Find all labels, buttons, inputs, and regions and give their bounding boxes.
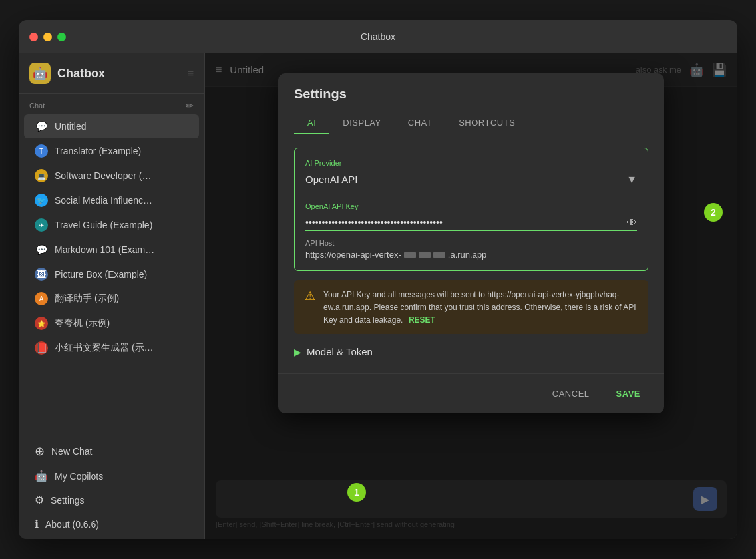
close-button[interactable] [29, 33, 38, 41]
step-badge-1: 1 [347, 483, 366, 502]
sidebar-bottom: ⊕ New Chat 🤖 My Copilots ⚙ Settings ℹ Ab… [19, 435, 204, 539]
new-chat-button[interactable]: ⊕ New Chat [24, 439, 199, 464]
api-host-suffix: .a.run.app [448, 250, 487, 260]
about-label: About (0.6.6) [45, 519, 99, 530]
maximize-button[interactable] [57, 33, 66, 41]
ai-provider-label: AI Provider [305, 159, 637, 167]
api-host-value: https://openai-api-vertex- .a.run.app [305, 250, 637, 260]
warning-text: Your API Key and all messages will be se… [323, 290, 636, 325]
main-area: ≡ Untitled also ask me 🤖 💾 ▶ [Enter] sen… [205, 53, 737, 539]
settings-footer: CANCEL SAVE [278, 373, 664, 413]
sidebar-item-untitled[interactable]: 💬 Untitled [24, 114, 199, 138]
chat-icon: 💬 [35, 120, 48, 133]
toggle-password-icon[interactable]: 👁 [626, 217, 637, 229]
settings-icon: ⚙ [35, 494, 44, 506]
app-name: Chatbox [57, 67, 105, 81]
api-key-input[interactable] [305, 214, 637, 231]
sidebar-item-label: Software Developer (… [55, 170, 152, 181]
api-key-input-wrapper: 👁 [305, 214, 637, 231]
sidebar-item-xiaohongshu[interactable]: 📕 小红书文案生成器 (示… [24, 336, 199, 360]
tab-shortcuts[interactable]: SHORTCUTS [445, 112, 528, 134]
host-redact-1 [404, 252, 416, 258]
sidebar-item-label: Markdown 101 (Exam… [55, 244, 154, 255]
main-content: 🤖 Chatbox ≡ Chat ✏ 💬 Untitled T Translat… [19, 53, 737, 539]
xiaohongshu-icon: 📕 [35, 341, 48, 355]
compliment-icon: ⭐ [35, 317, 48, 330]
sidebar-item-label: 小红书文案生成器 (示… [55, 342, 154, 354]
sidebar-item-picture-box[interactable]: 🖼 Picture Box (Example) [24, 262, 199, 286]
titlebar: Chatbox [19, 20, 737, 53]
sidebar-items: Chat ✏ 💬 Untitled T Translator (Example)… [19, 94, 204, 435]
translator-icon: T [35, 144, 48, 158]
new-chat-icon: ⊕ [35, 444, 45, 459]
window-title: Chatbox [361, 31, 395, 42]
settings-body: AI Provider OpenAI API Anthropic API Azu… [278, 134, 664, 373]
settings-tabs: AI DISPLAY CHAT SHORTCUTS [294, 112, 648, 134]
api-key-label: OpenAI API Key [305, 202, 637, 210]
settings-header: Settings AI DISPLAY CHAT SHORTCUTS [278, 73, 664, 134]
api-host-text: https://openai-api-vertex- [305, 250, 401, 260]
api-host-label: API Host [305, 239, 637, 247]
my-copilots-button[interactable]: 🤖 My Copilots [24, 465, 199, 488]
tab-chat[interactable]: CHAT [395, 112, 445, 134]
sidebar-item-label: 翻译助手 (示例) [55, 293, 119, 305]
cancel-button[interactable]: CANCEL [544, 385, 598, 403]
translate-icon: A [35, 292, 48, 305]
warning-icon: ⚠ [305, 289, 315, 303]
tab-display[interactable]: DISPLAY [329, 112, 394, 134]
minimize-button[interactable] [43, 33, 52, 41]
markdown-icon: 💬 [35, 243, 48, 256]
section-divider [305, 194, 637, 194]
social-icon: 🐦 [35, 194, 48, 207]
divider [29, 363, 194, 363]
about-icon: ℹ [35, 518, 39, 530]
host-redact-2 [419, 252, 431, 258]
sidebar-item-travel-guide[interactable]: ✈ Travel Guide (Example) [24, 213, 199, 237]
save-button[interactable]: SAVE [608, 385, 648, 403]
ai-provider-section: AI Provider OpenAI API Anthropic API Azu… [294, 148, 648, 271]
sidebar-item-label: 夸夸机 (示例) [55, 317, 110, 329]
sidebar: 🤖 Chatbox ≡ Chat ✏ 💬 Untitled T Translat… [19, 53, 205, 539]
copilots-icon: 🤖 [35, 470, 48, 482]
travel-icon: ✈ [35, 218, 48, 232]
main-window: Chatbox 🤖 Chatbox ≡ Chat ✏ 💬 Untitl [19, 20, 737, 539]
new-chat-label: New Chat [51, 446, 92, 457]
edit-icon[interactable]: ✏ [186, 100, 194, 111]
model-token-label: Model & Token [307, 346, 373, 357]
model-token-row[interactable]: ▶ Model & Token [294, 343, 648, 360]
about-button[interactable]: ℹ About (0.6.6) [24, 512, 199, 536]
app-logo: 🤖 [29, 63, 51, 84]
host-redact-3 [433, 252, 445, 258]
settings-button[interactable]: ⚙ Settings [24, 488, 199, 512]
sidebar-item-software-developer[interactable]: 💻 Software Developer (… [24, 164, 199, 188]
reset-button[interactable]: RESET [409, 315, 435, 325]
sidebar-item-label: Translator (Example) [55, 146, 141, 156]
settings-title: Settings [294, 87, 648, 102]
sidebar-item-social-media[interactable]: 🐦 Social Media Influenc… [24, 188, 199, 212]
traffic-lights [29, 33, 66, 41]
chat-section-label: Chat ✏ [19, 94, 204, 114]
expand-icon: ▶ [294, 347, 301, 357]
ai-provider-select[interactable]: OpenAI API Anthropic API Azure OpenAI [305, 174, 637, 185]
sidebar-item-compliment[interactable]: ⭐ 夸夸机 (示例) [24, 311, 199, 335]
sidebar-item-markdown[interactable]: 💬 Markdown 101 (Exam… [24, 238, 199, 262]
sidebar-item-translate-helper[interactable]: A 翻译助手 (示例) [24, 287, 199, 311]
step-badge-2: 2 [704, 203, 723, 222]
warning-box: ⚠ Your API Key and all messages will be … [294, 280, 648, 334]
api-host-field: API Host https://openai-api-vertex- .a.r… [305, 239, 637, 260]
sidebar-item-label: Social Media Influenc… [55, 195, 152, 206]
sidebar-item-label: Picture Box (Example) [55, 269, 147, 280]
sidebar-item-label: Untitled [55, 121, 86, 132]
tab-ai[interactable]: AI [294, 112, 329, 134]
sidebar-item-label: Travel Guide (Example) [55, 220, 152, 230]
sidebar-item-translator[interactable]: T Translator (Example) [24, 139, 199, 163]
api-key-field: OpenAI API Key 👁 [305, 202, 637, 231]
ai-provider-select-wrapper: OpenAI API Anthropic API Azure OpenAI ▼ [305, 174, 637, 186]
picture-icon: 🖼 [35, 268, 48, 281]
warning-content: Your API Key and all messages will be se… [323, 288, 638, 326]
sidebar-header: 🤖 Chatbox ≡ [19, 53, 204, 94]
copilots-label: My Copilots [55, 471, 103, 482]
overlay: Settings AI DISPLAY CHAT SHORTCUTS AI Pr… [205, 53, 737, 539]
settings-dialog: Settings AI DISPLAY CHAT SHORTCUTS AI Pr… [278, 73, 664, 413]
menu-icon[interactable]: ≡ [188, 67, 194, 79]
